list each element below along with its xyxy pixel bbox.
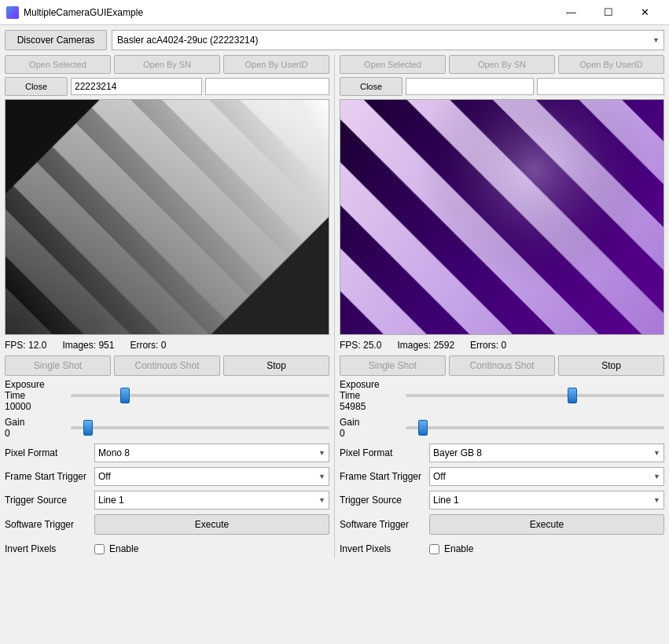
right-enable-checkbox[interactable] [429,544,439,554]
left-open-by-userid-button[interactable]: Open By UserID [223,55,329,74]
left-open-by-sn-button[interactable]: Open By SN [114,55,220,74]
right-images: Images: 2592 [397,340,454,351]
titlebar-controls: — ☐ ✕ [553,3,663,22]
right-trigger-source-select[interactable]: Line 1 Line 2 Software [429,491,664,510]
right-trigger-source-row: Trigger Source Line 1 Line 2 Software [340,491,664,510]
left-errors: Errors: 0 [130,340,166,351]
maximize-button[interactable]: ☐ [590,3,626,22]
discover-cameras-button[interactable]: Discover Cameras [5,30,107,50]
right-panel: Open Selected Open By SN Open By UserID … [340,55,664,558]
right-canvas [340,100,663,334]
left-invert-pixels-row: Invert Pixels Enable [5,539,329,558]
panel-divider [334,55,335,558]
right-cam-controls: Open Selected Open By SN Open By UserID [340,55,664,74]
right-trigger-source-label: Trigger Source [340,495,426,506]
right-trigger-source-wrap: Line 1 Line 2 Software [429,491,664,510]
right-frame-trigger-label: Frame Start Trigger [340,471,426,482]
titlebar-left: MultipleCameraGUIExample [6,6,143,19]
right-invert-pixels-label: Invert Pixels [340,543,426,554]
right-open-by-sn-button[interactable]: Open By SN [449,55,555,74]
left-fps-value: 12.0 [28,340,46,351]
left-images-value: 951 [98,340,114,351]
left-trigger-source-select[interactable]: Line 1 Line 2 Software [94,491,329,510]
left-exposure-value: 10000 [5,401,68,412]
right-open-by-userid-button[interactable]: Open By UserID [558,55,664,74]
left-exposure-slider[interactable] [71,394,329,397]
left-frame-trigger-select[interactable]: Off On [94,467,329,486]
left-userid-input [205,78,330,95]
right-camera-image [340,99,664,335]
left-pixel-format-wrap: Mono 8 Mono 12 Bayer GB 8 [94,443,329,462]
left-open-selected-button[interactable]: Open Selected [5,55,111,74]
left-sn-row: Close [5,77,329,96]
left-close-button[interactable]: Close [5,77,68,96]
minimize-button[interactable]: — [553,3,589,22]
left-camera-image [5,99,329,335]
right-open-selected-button[interactable]: Open Selected [340,55,446,74]
main-content: Discover Cameras Basler acA4024-29uc (22… [0,25,669,563]
right-pixel-format-row: Pixel Format Mono 8 Bayer GB 8 Bayer GB … [340,443,664,462]
left-pixel-format-label: Pixel Format [5,447,91,458]
left-software-trigger-row: Software Trigger Execute [5,514,329,535]
right-exposure-label-col: Exposure Time 54985 [340,379,403,412]
left-settings: Exposure Time 10000 Gain 0 Pixel Format [5,379,329,558]
left-trigger-source-wrap: Line 1 Line 2 Software [94,491,329,510]
right-frame-trigger-select[interactable]: Off On [429,467,664,486]
left-invert-pixels-label: Invert Pixels [5,543,91,554]
left-pixel-format-row: Pixel Format Mono 8 Mono 12 Bayer GB 8 [5,443,329,462]
right-single-shot-button[interactable]: Single Shot [340,355,446,376]
left-errors-value: 0 [161,340,167,351]
right-stats-row: FPS: 25.0 Images: 2592 Errors: 0 [340,338,664,352]
right-close-button[interactable]: Close [340,77,403,96]
camera-select[interactable]: Basler acA4024-29uc (22223214) [112,30,664,50]
left-enable-row: Enable [94,543,138,554]
right-action-btns: Single Shot Continous Shot Stop [340,355,664,376]
right-gain-slider[interactable] [406,426,664,429]
left-canvas [6,100,329,334]
right-fps-value: 25.0 [363,340,381,351]
left-frame-trigger-wrap: Off On [94,467,329,486]
right-gain-value: 0 [340,428,403,439]
left-execute-button[interactable]: Execute [94,514,329,535]
left-gain-slider[interactable] [71,426,329,429]
left-trigger-source-label: Trigger Source [5,495,91,506]
right-enable-label: Enable [444,543,473,554]
right-sn-row: Close [340,77,664,96]
close-button[interactable]: ✕ [627,3,663,22]
right-exposure-row: Exposure Time 54985 [340,379,664,412]
right-pixel-format-label: Pixel Format [340,447,426,458]
right-exposure-slider[interactable] [406,394,664,397]
right-gain-label-col: Gain 0 [340,417,403,439]
right-invert-pixels-row: Invert Pixels Enable [340,539,664,558]
right-execute-button[interactable]: Execute [429,514,664,535]
left-exposure-label-col: Exposure Time 10000 [5,379,68,412]
panels: Open Selected Open By SN Open By UserID … [5,55,664,558]
left-enable-checkbox[interactable] [94,544,105,554]
top-bar: Discover Cameras Basler acA4024-29uc (22… [5,30,664,50]
left-stop-button[interactable]: Stop [223,355,329,376]
left-single-shot-button[interactable]: Single Shot [5,355,111,376]
right-frame-trigger-wrap: Off On [429,467,664,486]
app-icon [6,6,19,19]
left-continuous-shot-button[interactable]: Continous Shot [114,355,220,376]
left-images: Images: 951 [62,340,114,351]
right-pixel-format-select[interactable]: Mono 8 Bayer GB 8 Bayer GB 12 [429,443,664,462]
left-panel: Open Selected Open By SN Open By UserID … [5,55,329,558]
titlebar-title: MultipleCameraGUIExample [24,7,143,18]
left-fps: FPS: 12.0 [5,340,46,351]
right-settings: Exposure Time 54985 Gain 0 Pixel Format [340,379,664,558]
right-software-trigger-label: Software Trigger [340,519,426,530]
left-software-trigger-label: Software Trigger [5,519,91,530]
left-pixel-format-select[interactable]: Mono 8 Mono 12 Bayer GB 8 [94,443,329,462]
left-frame-trigger-label: Frame Start Trigger [5,471,91,482]
left-action-btns: Single Shot Continous Shot Stop [5,355,329,376]
left-sn-input[interactable] [71,78,202,95]
right-fps: FPS: 25.0 [340,340,381,351]
titlebar: MultipleCameraGUIExample — ☐ ✕ [0,0,669,25]
right-continuous-shot-button[interactable]: Continous Shot [449,355,555,376]
left-stats-row: FPS: 12.0 Images: 951 Errors: 0 [5,338,329,352]
left-gain-label-col: Gain 0 [5,417,68,439]
right-sn-input [406,78,534,95]
left-exposure-label: Exposure Time [5,379,68,401]
right-stop-button[interactable]: Stop [558,355,664,376]
